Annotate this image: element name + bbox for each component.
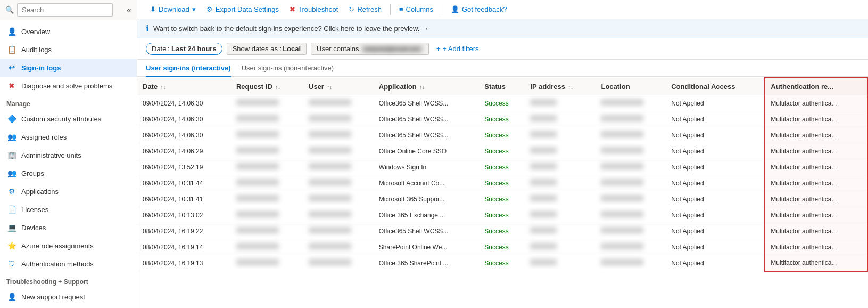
sidebar-item-admin-units[interactable]: 🏢 Administrative units xyxy=(0,146,137,164)
feedback-button[interactable]: 👤 Got feedback? xyxy=(447,3,511,15)
table-row[interactable]: 08/04/2024, 16:19:22 Office365 Shell WCS… xyxy=(137,223,867,239)
sidebar-item-licenses[interactable]: 📄 Licenses xyxy=(0,200,137,218)
tab-non-interactive-label: User sign-ins (non-interactive) xyxy=(242,64,334,72)
banner-text: Want to switch back to the default sign-… xyxy=(153,25,419,33)
table-row[interactable]: 09/04/2024, 14:06:30 Office365 Shell WCS… xyxy=(137,95,867,111)
table-row[interactable]: 08/04/2024, 16:19:14 SharePoint Online W… xyxy=(137,239,867,255)
cell-conditional-access: Not Applied xyxy=(666,143,765,159)
search-icon: 🔍 xyxy=(5,6,14,14)
cell-date: 09/04/2024, 14:06:30 xyxy=(137,127,231,143)
show-dates-value: Local xyxy=(283,45,301,53)
col-header-application[interactable]: Application ↑↓ xyxy=(374,78,479,95)
troubleshoot-label: Troubleshoot xyxy=(298,5,338,13)
collapse-sidebar-button[interactable]: « xyxy=(127,5,131,15)
cell-location xyxy=(596,159,666,175)
cell-ip xyxy=(525,175,596,191)
assigned-roles-icon: 👥 xyxy=(6,132,17,142)
groups-icon: 👥 xyxy=(6,168,17,179)
cell-auth-re: Multifactor authentica... xyxy=(765,127,867,143)
user-contains-filter[interactable]: User contains redacted@email.com xyxy=(311,43,429,55)
troubleshoot-button[interactable]: ✖ Troubleshoot xyxy=(285,3,342,15)
export-icon: ⚙ xyxy=(206,5,213,13)
application-col-label: Application xyxy=(379,83,417,91)
azure-roles-icon: ⭐ xyxy=(6,240,17,251)
cell-auth-re: Multifactor authentica... xyxy=(765,191,867,207)
cell-application: Microsoft Account Co... xyxy=(374,175,479,191)
sidebar-item-groups[interactable]: 👥 Groups xyxy=(0,164,137,182)
refresh-label: Refresh xyxy=(357,5,382,13)
table-row[interactable]: 09/04/2024, 10:13:02 Office 365 Exchange… xyxy=(137,207,867,223)
search-input[interactable] xyxy=(17,3,113,17)
table-row[interactable]: 09/04/2024, 10:31:41 Microsoft 365 Suppo… xyxy=(137,191,867,207)
table-row[interactable]: 09/04/2024, 10:31:44 Microsoft Account C… xyxy=(137,175,867,191)
troubleshooting-section-label: Troubleshooting + Support xyxy=(0,273,137,288)
cell-status: Success xyxy=(479,207,525,223)
tab-interactive-label: User sign-ins (interactive) xyxy=(146,64,231,72)
sidebar-item-label: Licenses xyxy=(21,206,48,214)
cell-ip xyxy=(525,191,596,207)
table-row[interactable]: 08/04/2024, 16:19:13 Office 365 SharePoi… xyxy=(137,255,867,271)
sidebar-item-sign-in-logs[interactable]: ↩ Sign-in logs xyxy=(0,59,137,77)
cell-request-id xyxy=(231,239,303,255)
col-header-user[interactable]: User ↑↓ xyxy=(303,78,374,95)
sidebar-item-new-support[interactable]: 👤 New support request xyxy=(0,288,137,306)
applications-icon: ⚙ xyxy=(6,186,17,197)
show-dates-filter[interactable]: Show dates as : Local xyxy=(227,43,307,55)
sidebar-item-overview[interactable]: 👤 Overview xyxy=(0,22,137,40)
sidebar-item-label: Devices xyxy=(21,224,46,232)
col-header-date[interactable]: Date ↑↓ xyxy=(137,78,231,95)
col-header-request-id[interactable]: Request ID ↑↓ xyxy=(231,78,303,95)
col-header-location[interactable]: Location xyxy=(596,78,666,95)
columns-button[interactable]: ≡ Columns xyxy=(395,3,437,15)
cell-auth-re: Multifactor authentica... xyxy=(765,95,867,111)
cell-request-id xyxy=(231,223,303,239)
sidebar-item-auth-methods[interactable]: 🛡 Authentication methods xyxy=(0,255,137,273)
col-header-conditional-access[interactable]: Conditional Access xyxy=(666,78,765,95)
table-row[interactable]: 09/04/2024, 14:06:29 Office Online Core … xyxy=(137,143,867,159)
sidebar-item-devices[interactable]: 💻 Devices xyxy=(0,218,137,237)
table-row[interactable]: 09/04/2024, 14:06:30 Office365 Shell WCS… xyxy=(137,111,867,127)
overview-icon: 👤 xyxy=(6,26,17,37)
cell-application: SharePoint Online We... xyxy=(374,239,479,255)
request-sort-icon: ↑↓ xyxy=(275,84,280,90)
cell-request-id xyxy=(231,95,303,111)
date-filter-chip[interactable]: Date : Last 24 hours xyxy=(146,43,222,55)
cell-location xyxy=(596,191,666,207)
sidebar-item-azure-roles[interactable]: ⭐ Azure role assignments xyxy=(0,237,137,255)
sidebar-item-diagnose[interactable]: ✖ Diagnose and solve problems xyxy=(0,77,137,95)
audit-logs-icon: 📋 xyxy=(6,44,17,55)
cell-request-id xyxy=(231,143,303,159)
download-button[interactable]: ⬇ Download ▾ xyxy=(146,3,200,15)
cell-user xyxy=(303,143,374,159)
cell-request-id xyxy=(231,191,303,207)
toolbar: ⬇ Download ▾ ⚙ Export Data Settings ✖ Tr… xyxy=(137,0,868,19)
cell-user xyxy=(303,127,374,143)
user-contains-value: redacted@email.com xyxy=(361,45,423,53)
sidebar-item-applications[interactable]: ⚙ Applications xyxy=(0,182,137,200)
location-col-label: Location xyxy=(601,83,630,91)
cell-ip xyxy=(525,95,596,111)
col-header-status[interactable]: Status xyxy=(479,78,525,95)
cell-application: Office 365 Exchange ... xyxy=(374,207,479,223)
refresh-button[interactable]: ↻ Refresh xyxy=(344,3,386,15)
cell-ip xyxy=(525,223,596,239)
cell-application: Office 365 SharePoint ... xyxy=(374,255,479,271)
cell-auth-re: Multifactor authentica... xyxy=(765,223,867,239)
sidebar-item-custom-security[interactable]: 🔷 Custom security attributes xyxy=(0,110,137,128)
cell-conditional-access: Not Applied xyxy=(666,191,765,207)
cell-auth-re: Multifactor authentica... xyxy=(765,255,867,271)
col-header-ip[interactable]: IP address ↑↓ xyxy=(525,78,596,95)
add-filters-button[interactable]: + + Add filters xyxy=(433,43,482,54)
cell-date: 08/04/2024, 16:19:14 xyxy=(137,239,231,255)
table-header-row: Date ↑↓ Request ID ↑↓ User ↑↓ Applicatio… xyxy=(137,78,867,95)
tab-non-interactive[interactable]: User sign-ins (non-interactive) xyxy=(242,60,334,77)
cell-status: Success xyxy=(479,111,525,127)
sidebar-item-assigned-roles[interactable]: 👥 Assigned roles xyxy=(0,128,137,146)
sidebar-item-audit-logs[interactable]: 📋 Audit logs xyxy=(0,40,137,59)
table-row[interactable]: 09/04/2024, 14:06:30 Office365 Shell WCS… xyxy=(137,127,867,143)
table-row[interactable]: 09/04/2024, 13:52:19 Windows Sign In Suc… xyxy=(137,159,867,175)
sidebar-item-label: Azure role assignments xyxy=(21,242,94,250)
col-header-auth-re[interactable]: Authentication re... xyxy=(765,78,867,95)
tab-interactive[interactable]: User sign-ins (interactive) xyxy=(146,60,231,77)
export-data-settings-button[interactable]: ⚙ Export Data Settings xyxy=(202,3,283,15)
